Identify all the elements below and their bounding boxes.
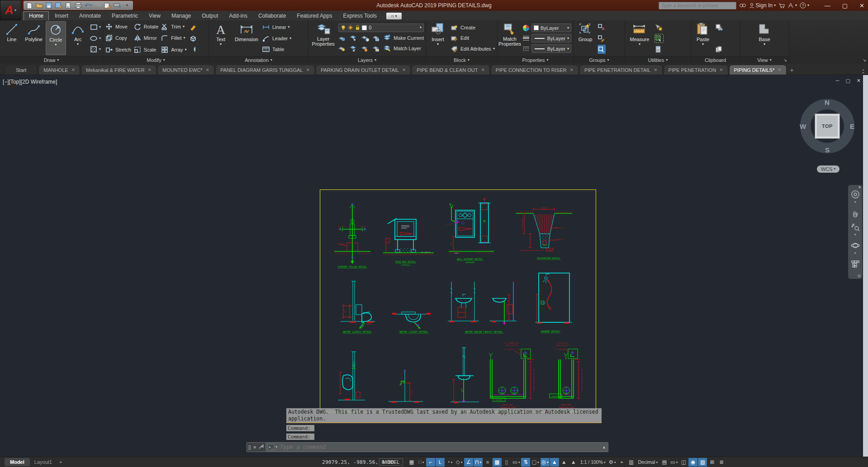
navbar-close-icon[interactable]: ✕ [858, 185, 861, 189]
sign-in-button[interactable]: Sign In▾ [749, 2, 776, 9]
status-toggle-7[interactable]: ⊓▾ [474, 458, 483, 467]
close-tab-icon[interactable]: ✕ [148, 67, 152, 72]
status-toggle-13[interactable]: ▢▾ [531, 458, 540, 467]
transfer-icon[interactable] [64, 1, 73, 9]
undo-icon[interactable]: ↶▾ [84, 1, 92, 9]
close-tab-icon[interactable]: ✕ [206, 67, 209, 72]
rotate-button[interactable]: Rotate [134, 22, 158, 31]
canvas-scrollbar[interactable] [863, 75, 868, 457]
move-button[interactable]: Move [105, 22, 131, 31]
file-tab-manhole[interactable]: MANHOLE✕ [38, 65, 80, 75]
layer-properties-button[interactable]: Layer Properties [310, 21, 337, 55]
command-close-icon[interactable]: ✕ [253, 445, 256, 450]
file-tab-start[interactable]: Start [5, 65, 38, 75]
status-toggle-16[interactable]: ▲ [560, 458, 569, 467]
insert-button[interactable]: Insert▾ [427, 21, 448, 55]
tab-output[interactable]: Output [197, 12, 223, 20]
trim-button[interactable]: Trim▾ [161, 22, 186, 31]
open-folder-icon[interactable] [35, 1, 44, 9]
polyline-button[interactable]: Polyline [24, 21, 44, 55]
status-toggle-27[interactable]: ▨ [698, 458, 707, 467]
tab-home[interactable]: Home [24, 11, 49, 20]
quick-select-button[interactable] [655, 34, 664, 43]
tab-express-tools[interactable]: Express Tools [338, 12, 381, 20]
mirror-button[interactable]: Mirror [134, 33, 158, 42]
cut-button[interactable] [715, 23, 723, 32]
file-tab-panel-diagram[interactable]: PANEL DIAGRAM GARIS TUNGGAL✕ [215, 65, 315, 75]
status-toggle-9[interactable]: ▩ [493, 458, 502, 467]
make-current-button[interactable]: Make Current [384, 33, 424, 42]
model-space-toggle[interactable]: MODEL [379, 458, 403, 466]
drag-handle-icon[interactable]: ⣿ [248, 445, 251, 450]
navbar-collapse-icon[interactable]: ⊖ [857, 274, 861, 278]
panel-title-utilities[interactable]: Utilities▾ [625, 56, 691, 64]
minimize-button[interactable]: — [825, 2, 830, 9]
line-button[interactable]: Line [1, 21, 22, 55]
save-as-icon[interactable] [55, 1, 63, 9]
tab-insert[interactable]: Insert [50, 12, 73, 20]
tab-manage[interactable]: Manage [166, 12, 196, 20]
panel-title-modify[interactable]: Modify▾ [103, 56, 209, 64]
close-tab-icon[interactable]: ✕ [654, 67, 657, 72]
help-icon[interactable]: ?▾ [800, 2, 809, 9]
match-layer-button[interactable]: Match Layer [384, 44, 421, 53]
file-tab-pipe-connection[interactable]: PIPE CONNECTION TO RISER✕ [491, 65, 579, 75]
panel-title-clipboard[interactable]: Clipboard [691, 56, 740, 64]
tab-collaborate[interactable]: Collaborate [253, 12, 291, 20]
status-toggle-2[interactable]: ⌐ [426, 458, 435, 467]
command-expand-icon[interactable]: ▲ [602, 445, 606, 449]
close-tab-icon[interactable]: ✕ [71, 67, 75, 72]
status-toggle-23[interactable]: ▤ [660, 458, 669, 467]
status-toggle-21[interactable]: ▥ [627, 458, 636, 467]
linear-button[interactable]: Linear▾ [262, 23, 306, 32]
batch-plot-icon[interactable] [113, 1, 122, 9]
tab-view[interactable]: View [144, 12, 166, 20]
zoom-icon[interactable] [850, 222, 860, 232]
wcs-selector[interactable]: WCS▾ [817, 165, 840, 173]
status-toggle-6[interactable]: ∠ [464, 458, 473, 467]
status-toggle-14[interactable]: ◎▾ [541, 458, 550, 467]
linetype-select[interactable]: ByLayer▾ [531, 44, 571, 53]
file-tab-piping-details[interactable]: PIPING DETAILS*✕ [729, 65, 787, 75]
arc-button[interactable]: Arc▾ [67, 21, 88, 55]
model-tab[interactable]: Model [5, 458, 30, 466]
new-layout-button[interactable]: + [57, 458, 65, 466]
navigation-wheel-icon[interactable] [850, 189, 860, 199]
text-button[interactable]: A Text▾ [210, 21, 231, 55]
match-properties-button[interactable]: Match Properties [499, 21, 521, 55]
group-selection-toggle[interactable] [598, 45, 606, 54]
viewcube-west[interactable]: W [800, 123, 806, 130]
viewport-restore-icon[interactable]: ▢ [845, 78, 850, 84]
restore-button[interactable]: ▢ [842, 2, 848, 9]
viewcube-east[interactable]: E [850, 123, 854, 130]
app-store-icon[interactable] [778, 3, 785, 8]
close-button[interactable]: ✕ [859, 2, 864, 9]
showmotion-icon[interactable] [850, 259, 860, 269]
array-button[interactable]: Array▾ [161, 45, 186, 54]
status-toggle-20[interactable]: + [617, 458, 626, 467]
table-button[interactable]: Table [262, 45, 306, 54]
fillet-button[interactable]: Fillet▾ [161, 33, 186, 42]
new-file-icon[interactable] [25, 1, 34, 9]
erase-button[interactable] [190, 23, 198, 32]
file-tab-pipe-bend[interactable]: PIPE BEND & CLEAN OUT✕ [412, 65, 489, 75]
viewcube-north[interactable]: N [825, 99, 830, 106]
dimension-button[interactable]: Dimension [232, 21, 261, 55]
search-input[interactable] [659, 2, 736, 9]
save-icon[interactable] [45, 1, 53, 9]
close-tab-icon[interactable]: ✕ [719, 67, 723, 72]
status-toggle-28[interactable]: ⊞ [707, 458, 716, 467]
measure-button[interactable]: Measure▾ [626, 21, 653, 55]
viewport-controls[interactable]: [−][Top][2D Wireframe] [3, 79, 57, 85]
status-toggle-24[interactable]: ▭▾ [669, 458, 678, 467]
tab-parametric[interactable]: Parametric [107, 12, 143, 20]
file-tab-mekanikal[interactable]: Mekanikal & FIRE WATER✕ [81, 65, 157, 75]
object-color-select[interactable]: ByLayer▾ [531, 24, 571, 32]
edit-attributes-button[interactable]: Edit Attributes▾ [451, 44, 495, 53]
orbit-icon[interactable] [850, 241, 860, 250]
rectangle-tool-button[interactable]: ▾ [90, 23, 101, 32]
copy-button[interactable]: Copy [105, 33, 131, 42]
scale-button[interactable]: Scale [134, 45, 158, 54]
panel-title-view[interactable]: View▾↘ [740, 56, 789, 64]
sheet-set-icon[interactable] [103, 1, 112, 9]
